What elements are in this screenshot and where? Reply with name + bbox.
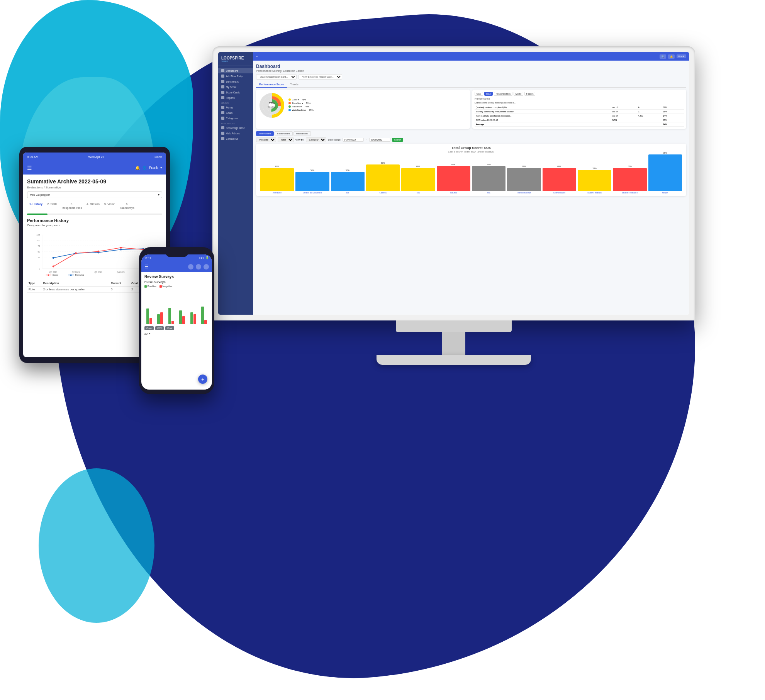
print-button[interactable]: Print bbox=[165, 326, 174, 330]
bar-negative bbox=[193, 314, 196, 324]
phone-bar-group bbox=[156, 312, 165, 324]
forms-icon bbox=[221, 106, 224, 109]
tab-trends[interactable]: Trends bbox=[287, 82, 302, 88]
desktop-content: Dashboard Performance Scoring: Education… bbox=[253, 61, 689, 315]
sidebar-section-goals: GOALS bbox=[218, 100, 253, 105]
sidebar-item-knowledge[interactable]: Knowledge Base bbox=[218, 125, 253, 131]
monitor-screen: LOOPSPIRE SPIRE Dashboard Add New Entry … bbox=[218, 52, 689, 315]
filter-group-report[interactable]: Value Group Report Card... bbox=[256, 74, 297, 80]
tab-mission[interactable]: 4. Mission bbox=[84, 201, 102, 211]
svg-text:0: 0 bbox=[39, 267, 41, 269]
sidebar-item-reports[interactable]: Reports bbox=[218, 95, 253, 100]
bg-teal2-shape bbox=[39, 468, 154, 623]
desktop-sidebar: LOOPSPIRE SPIRE Dashboard Add New Entry … bbox=[218, 52, 253, 315]
board-tab-radioboard[interactable]: RadioBoard bbox=[293, 131, 311, 136]
sidebar-item-dashboard[interactable]: Dashboard bbox=[218, 68, 253, 73]
table-row: GPA before 2022-23-14 NAN 65% bbox=[475, 118, 684, 122]
phone-battery: 🔋 bbox=[205, 256, 209, 259]
phone-person-icon[interactable] bbox=[196, 264, 201, 269]
bar-student-feedback-b[interactable]: 60% Student Feedback b bbox=[613, 165, 646, 194]
visualize-select[interactable]: Visualize bbox=[256, 137, 276, 142]
bar-65a[interactable]: 65% 65a bbox=[472, 163, 505, 194]
tab-responsibilities[interactable]: 3.Responsibilities bbox=[59, 201, 84, 211]
tablet-battery: 100% bbox=[154, 155, 162, 159]
bar-grounds[interactable]: 65% Grounds bbox=[437, 163, 470, 194]
progress-tabs: 1. History 2. Skills 3.Responsibilities … bbox=[27, 201, 162, 211]
bar-60a[interactable]: 60% 60a bbox=[401, 165, 435, 194]
svg-text:Q2 2021: Q2 2021 bbox=[72, 271, 80, 273]
phone-fab[interactable]: + bbox=[198, 375, 207, 384]
sidebar-item-addnew[interactable]: Add New Entry bbox=[218, 73, 253, 79]
sidebar-item-benchmark[interactable]: Benchmark bbox=[218, 79, 253, 84]
copy-button[interactable]: Copy bbox=[144, 326, 154, 330]
sidebar-item-contact[interactable]: Contact Us bbox=[218, 136, 253, 141]
view-by-label: View By: bbox=[295, 139, 304, 141]
hamburger-icon[interactable]: ☰ bbox=[27, 165, 32, 171]
svg-point-36 bbox=[47, 274, 49, 276]
sidebar-item-forms[interactable]: Forms bbox=[218, 105, 253, 110]
perf-tab-input[interactable]: Input bbox=[484, 92, 493, 96]
myscore-icon bbox=[221, 85, 224, 88]
bar-positive bbox=[190, 312, 193, 324]
svg-text:50: 50 bbox=[38, 251, 41, 253]
pulse-title: Pulse Surveys bbox=[144, 280, 209, 284]
csv-button[interactable]: CSV bbox=[155, 326, 164, 330]
phone-nav: ☰ bbox=[141, 261, 212, 272]
phone-hamburger[interactable]: ☰ bbox=[144, 264, 149, 269]
filter-employee-report[interactable]: View Employee Report Card... bbox=[299, 74, 342, 80]
bar-50b[interactable]: 50% 50b bbox=[331, 169, 365, 194]
tab-skills[interactable]: 2. Skills bbox=[45, 201, 59, 211]
tab-takeaways[interactable]: 6.Takeaways bbox=[118, 201, 137, 211]
board-tab-factorboard[interactable]: FactorBoard bbox=[275, 131, 293, 136]
sidebar-item-myscore[interactable]: My Score bbox=[218, 84, 253, 90]
perf-tab-model[interactable]: Model bbox=[514, 92, 523, 96]
svg-text:Score: Score bbox=[53, 274, 58, 276]
search-button[interactable]: Search bbox=[392, 138, 403, 142]
perf-tab-goal[interactable]: Goal bbox=[475, 92, 483, 96]
svg-text:100: 100 bbox=[36, 239, 40, 241]
bar-negative bbox=[171, 321, 174, 324]
bar-student-feedback[interactable]: 55% Student Feedback bbox=[578, 167, 611, 194]
topbar-menu-icon[interactable]: ≡ bbox=[256, 55, 258, 58]
tablet-chevron[interactable]: ▾ bbox=[160, 166, 162, 170]
svg-text:75: 75 bbox=[38, 245, 40, 247]
bar-vendors[interactable]: 50% Vendors and Cleanliness bbox=[295, 169, 329, 194]
topbar-user[interactable]: Frank bbox=[677, 54, 686, 58]
tutor-select[interactable]: Tutor bbox=[278, 137, 294, 142]
bar-communication[interactable]: 60% Communication bbox=[543, 165, 576, 194]
bar-95b[interactable]: 95% Horizon bbox=[648, 152, 682, 194]
tablet-user-icon[interactable]: 👤 bbox=[142, 166, 147, 170]
pulse-legend: Positive Negative bbox=[144, 285, 209, 288]
tablet-username[interactable]: Frank bbox=[149, 166, 158, 170]
main-tabs: Performance Score Trends bbox=[256, 82, 686, 88]
phone-person-add-icon[interactable] bbox=[204, 264, 209, 269]
sidebar-item-help[interactable]: Help Articles bbox=[218, 131, 253, 136]
topbar-notifications[interactable]: 🔔 bbox=[668, 54, 675, 59]
tab-performance-score[interactable]: Performance Score bbox=[256, 82, 287, 88]
tab-history[interactable]: 1. History bbox=[27, 201, 45, 211]
sidebar-item-goals[interactable]: Goals bbox=[218, 110, 253, 115]
sidebar-item-categories[interactable]: Categories bbox=[218, 115, 253, 121]
donut-container: 75% Weighted Goal ● 75% bbox=[258, 92, 468, 119]
tablet-bell-icon[interactable]: 🔔 bbox=[135, 166, 140, 170]
bar-professional[interactable]: 60% Professional Staff bbox=[507, 165, 541, 194]
perf-tab-factors[interactable]: Factors bbox=[524, 92, 535, 96]
perf-tab-responsibilities[interactable]: Responsibilities bbox=[494, 92, 512, 96]
col-type: Type bbox=[27, 280, 42, 286]
desktop-main: ≡ 🔍 🔔 Frank Dashboard Performance Scorin… bbox=[253, 52, 689, 315]
phone-bell-icon[interactable] bbox=[188, 264, 193, 269]
topbar-search[interactable]: 🔍 bbox=[660, 54, 666, 59]
date-from-input[interactable] bbox=[343, 138, 364, 142]
legend-factors: Factors ● 77% bbox=[288, 105, 314, 108]
bar-cafeteria[interactable]: 69% Cafeteria bbox=[366, 162, 400, 194]
teacher-dropdown[interactable]: Mrs Culpepper ▾ bbox=[27, 192, 162, 198]
board-tab-scoreboard[interactable]: ScoreBoard bbox=[256, 131, 274, 136]
svg-text:Q3 2021: Q3 2021 bbox=[94, 271, 102, 273]
sidebar-item-scorecards[interactable]: Score Cards bbox=[218, 90, 253, 95]
date-to-input[interactable] bbox=[369, 138, 390, 142]
bar-positive bbox=[179, 310, 182, 324]
tab-vision[interactable]: 5. Vision bbox=[102, 201, 118, 211]
bar-attendance[interactable]: 60% Attendance bbox=[260, 165, 294, 194]
performance-history-subtitle: Compared to your peers bbox=[27, 224, 162, 227]
category-select[interactable]: Category bbox=[306, 137, 326, 142]
